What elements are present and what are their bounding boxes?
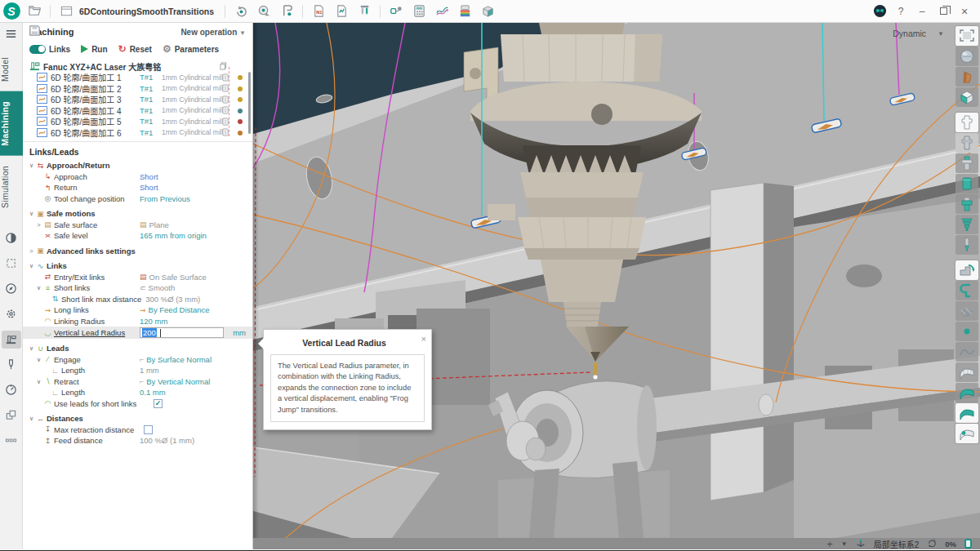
copy-icon[interactable] [220, 62, 227, 72]
tree-row-safe-level[interactable]: ≍Safe level165 mm from origin [23, 230, 252, 242]
app-logo[interactable]: S [0, 0, 23, 23]
close-icon[interactable]: × [421, 334, 426, 344]
tree-row-links[interactable]: ∨∿Links [23, 260, 252, 272]
chevron-down-icon[interactable]: ∨ [28, 162, 35, 169]
tree-value[interactable]: ⊂Smooth [140, 283, 175, 292]
toolpath-check-icon[interactable] [37, 127, 47, 139]
tree-row-short-link-max-distance[interactable]: ⇅Short link max distance300 %Ø (3 mm) [23, 294, 252, 305]
parameter-input[interactable]: 200 [140, 327, 224, 338]
tree-value[interactable]: From Previous [140, 194, 190, 203]
menu-icon[interactable] [0, 23, 23, 44]
tree-row-safe-motions[interactable]: ∨▣Safe motions [23, 208, 252, 220]
sidebar-navigate-icon[interactable] [2, 280, 21, 298]
checkbox[interactable]: ✓ [154, 399, 163, 408]
tree-value[interactable]: ▤On Safe Surface [140, 273, 207, 282]
tree-row-approach[interactable]: ↳ApproachShort [23, 171, 252, 183]
nc-program-icon[interactable]: N1 [308, 2, 329, 21]
operation-row[interactable]: 6D 轮廓/曲面加工 4T#11mm Cylindrical mill [23, 105, 252, 117]
tree-value[interactable]: ⌐By Surface Normal [140, 355, 212, 364]
sidebar-selection-icon[interactable] [2, 255, 21, 273]
account-avatar[interactable] [871, 2, 889, 20]
reset-view-icon[interactable] [230, 2, 252, 21]
calculator-icon[interactable] [408, 2, 430, 21]
sidebar-gauge-icon[interactable] [2, 381, 21, 399]
caliper-icon[interactable] [276, 2, 297, 21]
open-file-icon[interactable] [24, 2, 45, 21]
part-model-icon[interactable] [956, 67, 978, 87]
package-icon[interactable] [477, 2, 498, 21]
rotation-counter-icon[interactable]: 1 [927, 538, 937, 549]
tree-row-max-retraction-distance[interactable]: ↧Max retraction distance [23, 424, 252, 436]
tree-row-feed-distance[interactable]: ↥Feed distance100 %Ø (1 mm) [23, 435, 252, 447]
tree-row-engage[interactable]: ∨∕Engage⌐By Surface Normal [23, 354, 252, 366]
sidebar-settings-icon[interactable] [2, 305, 21, 323]
operation-doc-icon[interactable] [222, 72, 229, 83]
machine-head-icon[interactable] [956, 260, 978, 280]
sidebar-tool-icon[interactable] [2, 356, 21, 374]
chevron-down-icon[interactable]: ∨ [28, 415, 35, 422]
mesh-model-icon[interactable] [956, 47, 978, 66]
run-button[interactable]: Run [81, 45, 107, 54]
tree-value[interactable]: 1 mm [140, 366, 159, 375]
clamp-icon[interactable] [956, 281, 978, 300]
chevron-down-icon[interactable]: ∨ [35, 284, 42, 291]
chevron-down-icon[interactable]: ▼ [841, 540, 848, 548]
tab-machining[interactable]: Machining [0, 91, 23, 156]
surface-card-icon[interactable] [956, 403, 978, 423]
operation-row[interactable]: 6D 轮廓/曲面加工 6T#11mm Cylindrical mill [23, 127, 252, 139]
tool-bit-icon[interactable] [956, 235, 978, 255]
minimize-button[interactable]: – [913, 2, 931, 20]
tree-value[interactable]: 165 mm from origin [140, 231, 207, 240]
new-operation-button[interactable]: New operation ▼ [180, 28, 246, 37]
operation-doc-icon[interactable] [222, 83, 229, 95]
report-icon[interactable] [331, 2, 352, 21]
operation-row[interactable]: 6D 轮廓/曲面加工 2T#11mm Cylindrical mill [23, 83, 252, 95]
tree-row-safe-surface[interactable]: >▤Safe surface▤Plane [23, 220, 252, 231]
viewport-3d-scene[interactable] [253, 23, 980, 538]
sidebar-assemblies-icon[interactable] [2, 407, 21, 424]
sidebar-more-icon[interactable] [2, 432, 21, 450]
scrollbar[interactable] [248, 72, 251, 134]
toolpath-check-icon[interactable] [37, 83, 47, 95]
toolpath-check-icon[interactable] [37, 105, 47, 117]
machine-row[interactable]: Fanuc XYZ+AC Laser 大族粤铭 [23, 61, 252, 72]
surface-wireframe-icon[interactable] [956, 362, 978, 382]
tree-value[interactable]: 120 mm [140, 317, 167, 326]
tree-row-leads[interactable]: ∨∪Leads [23, 343, 252, 354]
view-mode-dropdown[interactable]: Dynamic ▼ [893, 29, 944, 38]
tree-row-retract[interactable]: ∨∖Retract⌐By Vertical Normal [23, 376, 252, 388]
tree-value[interactable]: Short [140, 183, 158, 192]
close-button[interactable]: × [956, 2, 973, 20]
tree-value[interactable]: ▤Plane [140, 220, 169, 229]
measure-icon[interactable] [253, 2, 274, 21]
chevron-down-icon[interactable]: ∨ [35, 378, 42, 385]
parameters-button[interactable]: ⚙Parameters [163, 43, 219, 55]
point-display-icon[interactable] [956, 322, 978, 341]
help-button[interactable]: ? [892, 2, 910, 20]
operation-doc-icon[interactable] [222, 116, 229, 127]
printer-icon[interactable] [454, 2, 475, 21]
surface-shaded-icon[interactable] [956, 383, 978, 402]
tool-holder2-icon[interactable] [956, 194, 978, 214]
tree-row-advanced-links-settings[interactable]: >▣Advanced links settings [23, 246, 252, 257]
chevron-down-icon[interactable]: ∨ [28, 210, 35, 217]
workpiece-model-icon[interactable] [956, 87, 978, 107]
operation-row[interactable]: 6D 轮廓/曲面加工 1T#11mm Cylindrical mill [23, 72, 252, 83]
tree-row-short-links[interactable]: ∨≡Short links⊂Smooth [23, 282, 252, 294]
toolpath-check-icon[interactable] [37, 116, 47, 127]
hatch-display-icon[interactable] [956, 301, 978, 321]
tree-row-tool-change-position[interactable]: ◎Tool change positionFrom Previous [23, 193, 252, 205]
reset-button[interactable]: ↻Reset [118, 43, 152, 55]
tree-row-vertical-lead-radius[interactable]: ◡Vertical Lead Radius200mm [23, 327, 252, 339]
tree-row-use-leads-for-short-links[interactable]: ◠Use leads for short links✓ [23, 398, 252, 410]
tool-stack-icon[interactable] [956, 215, 978, 234]
curves-icon[interactable] [431, 2, 452, 21]
chevron-right-icon[interactable]: > [28, 247, 35, 255]
operation-doc-icon[interactable] [222, 94, 229, 105]
chevron-right-icon[interactable]: > [35, 221, 42, 229]
tree-row-long-links[interactable]: ⇝Long links⇝By Feed Distance [23, 304, 252, 316]
tab-model[interactable]: Model [0, 47, 23, 91]
chevron-down-icon[interactable]: ∨ [28, 344, 35, 352]
coordinate-system-label[interactable]: 局部坐标系2 [874, 538, 920, 550]
tree-value[interactable]: ⌐By Vertical Normal [140, 377, 210, 386]
